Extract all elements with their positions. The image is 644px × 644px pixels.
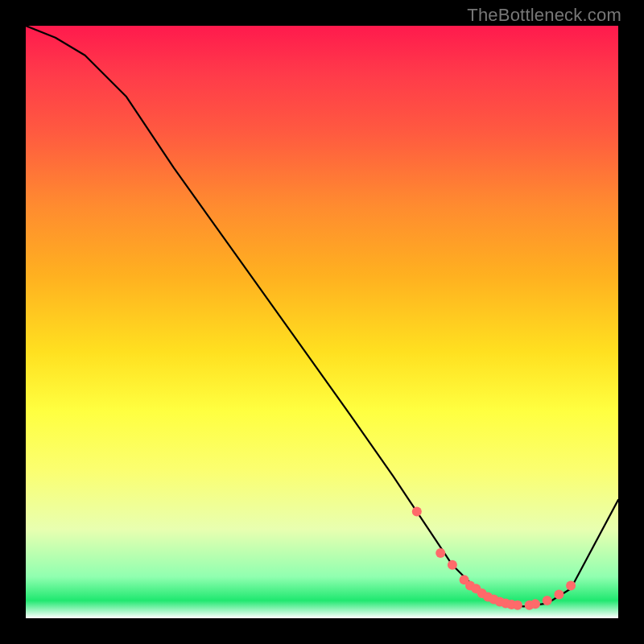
highlight-dot	[448, 560, 457, 570]
highlight-dot	[566, 581, 576, 591]
chart-overlay	[26, 26, 618, 618]
chart-curve	[26, 26, 618, 606]
highlight-dot	[412, 507, 422, 517]
highlight-dot	[543, 596, 552, 605]
chart-highlight-dots	[412, 507, 576, 610]
highlight-dot	[436, 548, 445, 558]
plot-area	[26, 26, 618, 618]
highlight-dot	[513, 601, 522, 610]
highlight-dot	[530, 599, 540, 609]
watermark-text: TheBottleneck.com	[467, 5, 621, 26]
chart-container: TheBottleneck.com	[0, 0, 644, 644]
highlight-dot	[554, 590, 564, 600]
